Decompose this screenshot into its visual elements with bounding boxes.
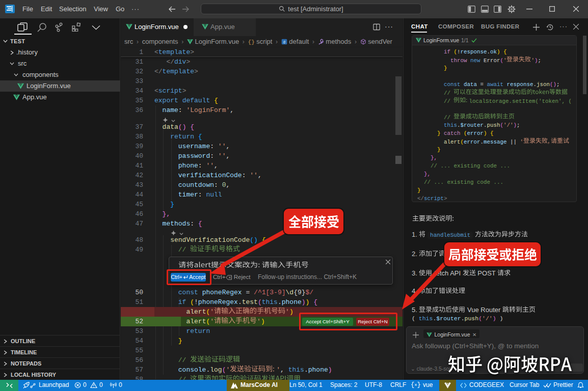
svg-text:@: @: [283, 40, 285, 44]
